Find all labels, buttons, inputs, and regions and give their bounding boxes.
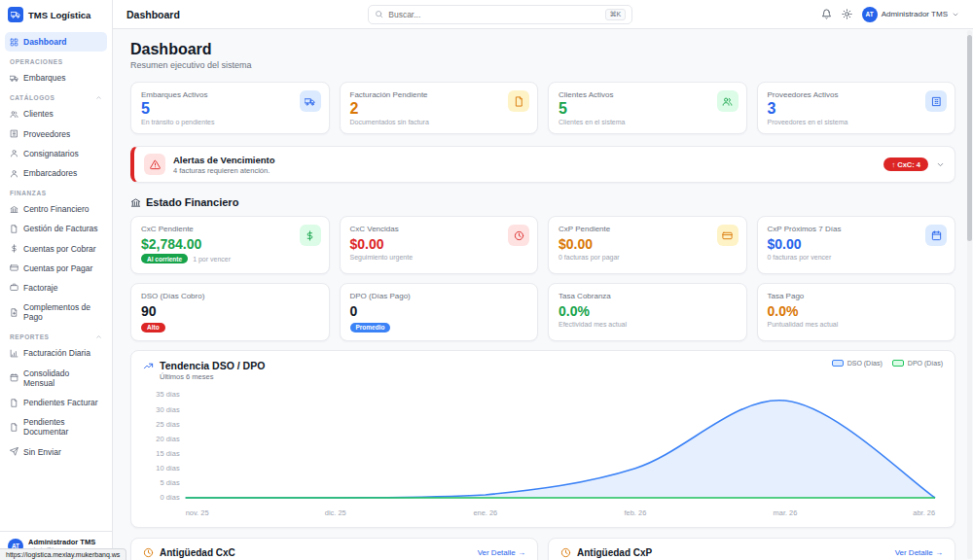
svg-text:ene. 26: ene. 26 [473, 508, 497, 517]
kpi-value: 2 [350, 100, 528, 118]
chevron-up-icon[interactable] [95, 333, 102, 340]
sidebar-section-catalogos[interactable]: CATÁLOGOS [5, 88, 107, 104]
kpi-value: 5 [559, 100, 737, 118]
kpi-label: Facturación Pendiente [350, 90, 528, 99]
file-icon [10, 399, 18, 407]
status-badge: Alto [141, 323, 165, 332]
status-badge: Promedio [350, 323, 391, 332]
sidebar-item-factoraje[interactable]: Factoraje [5, 278, 107, 298]
chevron-down-icon[interactable] [936, 160, 945, 169]
fin-caption: Seguimiento urgente [350, 254, 528, 261]
truck-icon [10, 74, 18, 83]
search-icon [375, 10, 383, 18]
sidebar-item-cuentas-por-cobrar[interactable]: Cuentas por Cobrar [5, 239, 107, 259]
search-shortcut-kbd: ⌘K [605, 9, 627, 20]
sidebar-item-pendientes-documentar[interactable]: Pendientes Documentar [5, 412, 107, 441]
sidebar-section-reportes[interactable]: REPORTES [5, 327, 107, 343]
page-scrollbar[interactable] [967, 30, 972, 559]
users-icon [722, 96, 733, 107]
dashboard-icon [10, 38, 18, 47]
svg-text:feb. 26: feb. 26 [625, 508, 647, 517]
logo[interactable]: TMS Logística [0, 0, 112, 29]
calendar-icon [931, 230, 942, 241]
top-header: Dashboard ⌘K AT Administrador TMS [113, 0, 973, 29]
bank-icon [10, 205, 18, 214]
avatar: AT [862, 7, 878, 22]
fin-caption: Efectividad mes actual [559, 321, 737, 328]
kpi-label: Embarques Activos [141, 90, 319, 99]
fin-card-cxp-pendiente: CxP Pendiente $0.00 0 facturas por pagar [548, 216, 747, 274]
page-title: Dashboard [130, 41, 955, 58]
dpo-swatch [892, 360, 904, 367]
section-label: FINANZAS [10, 190, 47, 196]
fin-caption: 0 facturas por vencer [768, 254, 946, 261]
kpi-caption: Documentados sin factura [350, 119, 528, 125]
sidebar-item-label: Dashboard [23, 37, 102, 47]
svg-text:10 días: 10 días [156, 464, 180, 472]
dso-dpo-trend-chart: 0 días5 días10 días15 días20 días25 días… [143, 385, 943, 521]
svg-text:5 días: 5 días [160, 478, 180, 487]
scrollbar-thumb[interactable] [967, 35, 972, 241]
kpi-icon-badge [925, 90, 947, 112]
fin-label: CxP Pendiente [559, 225, 737, 233]
file-plus-icon [10, 308, 18, 317]
trend-chart-card: Tendencia DSO / DPO Últimos 6 meses DSO … [130, 350, 955, 528]
credit-card-icon [10, 263, 18, 272]
theme-toggle-button[interactable] [842, 9, 852, 19]
building-icon [10, 129, 18, 138]
page-subtitle: Resumen ejecutivo del sistema [130, 60, 955, 70]
user-icon [10, 149, 18, 158]
truck-icon [11, 10, 20, 19]
bell-icon [821, 9, 832, 19]
header-center: ⌘K [190, 5, 811, 24]
sidebar-item-proveedores[interactable]: Proveedores [5, 124, 107, 144]
sidebar-item-label: Gestión de Facturas [23, 224, 102, 233]
fin-card-dpo: DPO (Días Pago) 0 Promedio [340, 283, 539, 341]
sidebar-item-pendientes-facturar[interactable]: Pendientes Facturar [5, 393, 107, 412]
alert-banner[interactable]: Alertas de Vencimiento 4 facturas requie… [130, 146, 955, 183]
sidebar-item-dashboard[interactable]: Dashboard [5, 32, 107, 52]
fin-caption: Puntualidad mes actual [768, 321, 946, 328]
search-box[interactable]: ⌘K [368, 5, 632, 24]
sidebar-item-sin-enviar[interactable]: Sin Enviar [5, 442, 107, 462]
svg-text:abr. 26: abr. 26 [913, 508, 935, 517]
sidebar-item-facturacion-diaria[interactable]: Facturación Diaria [5, 343, 107, 363]
sidebar-item-embarques[interactable]: Embarques [5, 68, 107, 88]
kpi-icon-badge [717, 90, 739, 112]
fin-card-cxp-proximos: CxP Próximos 7 Días $0.00 0 facturas por… [757, 216, 956, 274]
cxp-detail-link[interactable]: Ver Detalle → [895, 548, 943, 557]
sidebar-item-consolidado-mensual[interactable]: Consolidado Mensual [5, 364, 107, 393]
search-input[interactable] [388, 10, 599, 19]
sidebar-item-label: Consolidado Mensual [23, 368, 102, 388]
main-column: Dashboard ⌘K AT Administrador TMS Dash [113, 0, 973, 560]
chart-subtitle: Últimos 6 meses [160, 372, 265, 381]
sidebar-item-label: Proveedores [23, 129, 102, 139]
kpi-caption: Proveedores en el sistema [768, 119, 946, 125]
sidebar-item-cuentas-por-pagar[interactable]: Cuentas por Pagar [5, 259, 107, 278]
card-title: Antigüedad CxC [160, 547, 235, 558]
sidebar-section-operaciones: OPERACIONES [5, 52, 107, 68]
sidebar-item-complementos-de-pago[interactable]: Complementos de Pago [5, 298, 107, 327]
kpi-label: Proveedores Activos [768, 90, 946, 99]
cxc-detail-link[interactable]: Ver Detalle → [478, 548, 525, 557]
fin-icon-badge [925, 225, 947, 246]
sidebar-item-gestion-de-facturas[interactable]: Gestión de Facturas [5, 219, 107, 238]
user-menu[interactable]: AT Administrador TMS [862, 7, 959, 22]
fin-label: DSO (Días Cobro) [141, 292, 319, 300]
fin-value: $0.00 [559, 236, 737, 252]
kpi-caption: En tránsito o pendientes [141, 119, 319, 125]
sidebar-item-clientes[interactable]: Clientes [5, 104, 107, 123]
fin-label: DPO (Días Pago) [350, 292, 528, 300]
finance-row-1: CxC Pendiente $2,784.00 Al corriente 1 p… [130, 216, 955, 274]
sidebar-item-embarcadores[interactable]: Embarcadores [5, 163, 107, 183]
sidebar-item-label: Embarcadores [23, 168, 102, 178]
notifications-button[interactable] [821, 9, 832, 19]
chart-legend: DSO (Días) DPO (Días) [832, 360, 943, 367]
fin-extra: 1 por vencer [193, 256, 231, 262]
header-title: Dashboard [126, 9, 180, 20]
svg-text:nov. 25: nov. 25 [186, 508, 209, 517]
section-label: CATÁLOGOS [10, 94, 54, 101]
sidebar-item-centro-financiero[interactable]: Centro Financiero [5, 199, 107, 219]
chevron-up-icon[interactable] [95, 94, 102, 101]
sidebar-item-consignatarios[interactable]: Consignatarios [5, 144, 107, 163]
